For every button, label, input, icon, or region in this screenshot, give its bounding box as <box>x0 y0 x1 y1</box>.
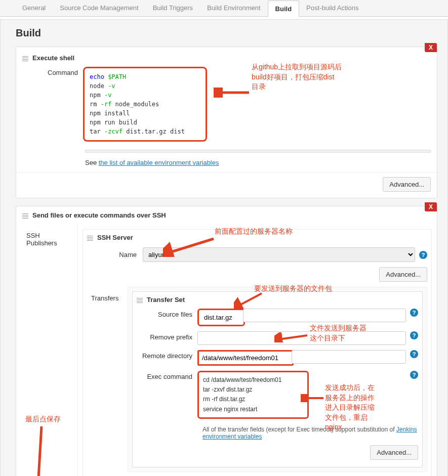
source-files-input[interactable] <box>201 311 241 324</box>
remove-prefix-input[interactable] <box>197 331 406 345</box>
remove-prefix-label: Remove prefix <box>137 331 197 341</box>
ssh-title: Send files or execute commands over SSH <box>32 211 166 219</box>
transfer-note: All of the transfer fields (except for E… <box>137 424 418 442</box>
remote-dir-input[interactable] <box>197 350 294 366</box>
close-icon[interactable]: X <box>425 43 437 52</box>
main-panel: Build X Execute shell Command echo $PATH… <box>0 19 448 476</box>
shell-advanced-button[interactable]: Advanced... <box>383 177 431 192</box>
source-files-label: Source files <box>137 309 197 318</box>
drag-handle-icon[interactable] <box>22 55 28 61</box>
remote-dir-input-ext[interactable] <box>292 350 406 364</box>
ssh-publishers-label: SSH Publishers <box>16 224 77 476</box>
shell-command-textarea[interactable]: echo $PATH node -v npm -v rm -rf node_mo… <box>83 67 207 142</box>
transfer-advanced-button[interactable]: Advanced... <box>370 445 418 460</box>
help-icon[interactable]: ? <box>410 371 418 379</box>
env-variables-link[interactable]: the list of available environment variab… <box>99 159 219 166</box>
tab-post[interactable]: Post-build Actions <box>299 0 365 16</box>
ssh-section: X Send files or execute commands over SS… <box>16 206 437 476</box>
ssh-header: Send files or execute commands over SSH <box>16 206 437 224</box>
textarea-resize-handle[interactable] <box>85 150 431 153</box>
close-icon[interactable]: X <box>425 202 437 211</box>
ssh-server-title: SSH Server <box>97 234 133 241</box>
execute-shell-section: X Execute shell Command echo $PATH node … <box>16 47 437 198</box>
server-advanced-button[interactable]: Advanced... <box>379 267 427 282</box>
exec-command-textarea[interactable]: cd /data/www/test/freedom01 tar -zxvf di… <box>197 371 309 419</box>
page-title: Build <box>16 27 437 39</box>
remote-dir-label: Remote directory <box>137 350 197 360</box>
server-name-select[interactable]: aliyun <box>143 247 415 262</box>
exec-command-label: Exec command <box>137 371 197 380</box>
help-icon[interactable]: ? <box>419 251 427 259</box>
execute-shell-header: Execute shell <box>16 49 437 67</box>
tab-build[interactable]: Build <box>268 1 300 17</box>
drag-handle-icon[interactable] <box>22 212 28 219</box>
help-icon[interactable]: ? <box>410 331 418 339</box>
ssh-server-box: SSH Server Name aliyun ? Advanced... 前面配… <box>83 229 432 476</box>
tab-env[interactable]: Build Environment <box>200 0 268 16</box>
help-icon[interactable]: ? <box>410 350 418 358</box>
transfer-set-box: Transfer Set 要发送到服务器的文件包 Source files <box>132 291 423 467</box>
annotation-3: 要发送到服务器的文件包 <box>254 284 332 294</box>
tab-general[interactable]: General <box>15 0 53 16</box>
source-files-input-ext[interactable] <box>243 309 406 322</box>
command-label: Command <box>48 67 83 142</box>
transfer-set-title: Transfer Set <box>147 296 185 304</box>
drag-handle-icon[interactable] <box>137 297 143 303</box>
env-variables-note: See the list of available environment va… <box>16 159 437 172</box>
transfers-label: Transfers <box>87 287 128 472</box>
drag-handle-icon[interactable] <box>87 235 93 241</box>
server-name-label: Name <box>87 251 143 258</box>
help-icon[interactable]: ? <box>410 309 418 317</box>
tab-scm[interactable]: Source Code Management <box>53 0 145 16</box>
execute-shell-title: Execute shell <box>32 54 74 62</box>
tab-triggers[interactable]: Build Triggers <box>146 0 200 16</box>
config-tabs: General Source Code Management Build Tri… <box>0 0 448 17</box>
